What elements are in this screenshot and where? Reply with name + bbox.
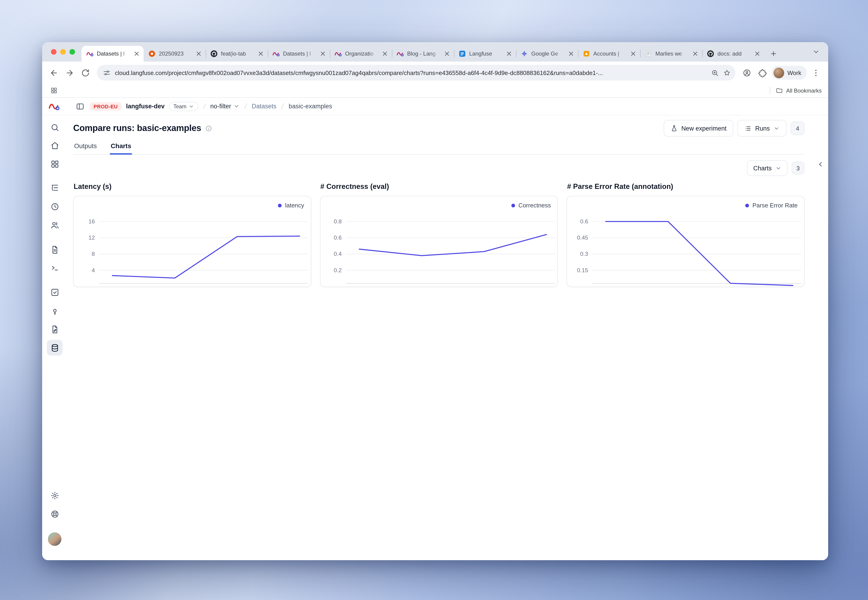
browser-tab[interactable]: Google Ge bbox=[516, 46, 578, 62]
sidebar-toggle-icon[interactable] bbox=[73, 100, 85, 112]
page-title: Compare runs: basic-examples bbox=[73, 123, 201, 133]
browser-tab[interactable]: Organizatio bbox=[330, 46, 392, 62]
tab-close-icon[interactable] bbox=[133, 50, 140, 58]
sidebar-item-datasets[interactable] bbox=[47, 340, 62, 356]
browser-tab[interactable]: Datasets | l bbox=[268, 46, 330, 62]
svg-text:0.6: 0.6 bbox=[334, 235, 341, 241]
bookmark-star-icon[interactable] bbox=[723, 69, 731, 77]
extensions-puzzle-icon[interactable] bbox=[755, 65, 771, 80]
svg-text:12: 12 bbox=[88, 235, 95, 241]
browser-tab[interactable]: Accounts | bbox=[578, 46, 640, 62]
sidebar-item-home[interactable] bbox=[47, 138, 62, 153]
sidebar-item-annotation[interactable] bbox=[47, 321, 62, 337]
minimize-window-button[interactable] bbox=[60, 49, 66, 55]
org-name[interactable]: langfuse-dev bbox=[126, 103, 165, 110]
forward-button[interactable] bbox=[62, 65, 77, 80]
zoom-icon[interactable] bbox=[711, 69, 719, 77]
browser-tab[interactable]: Blog - Lang bbox=[392, 46, 454, 62]
close-window-button[interactable] bbox=[51, 49, 56, 55]
sidebar-item-support[interactable] bbox=[47, 506, 62, 522]
breadcrumb-datasets[interactable]: Datasets bbox=[252, 103, 276, 110]
tab-charts[interactable]: Charts bbox=[110, 138, 132, 154]
sidebar-item-evaluation[interactable] bbox=[47, 284, 62, 300]
tab-close-icon[interactable] bbox=[692, 50, 699, 58]
reload-button[interactable] bbox=[77, 65, 93, 80]
chevron-down-icon bbox=[774, 125, 780, 131]
tab-close-icon[interactable] bbox=[443, 50, 451, 58]
svg-text:0.8: 0.8 bbox=[334, 218, 341, 224]
browser-toolbar: cloud.langfuse.com/project/cmfwgv8fx002o… bbox=[42, 62, 828, 84]
new-tab-button[interactable] bbox=[767, 47, 780, 60]
charts-count-badge: 3 bbox=[792, 162, 804, 174]
tab-search-chevron-icon[interactable] bbox=[810, 45, 822, 58]
browser-tab[interactable]: Datasets | l bbox=[82, 46, 144, 62]
chart-title: # Parse Error Rate (annotation) bbox=[567, 182, 804, 192]
sidebar-item-dashboards[interactable] bbox=[47, 156, 62, 172]
users-icon bbox=[50, 221, 59, 229]
user-avatar[interactable] bbox=[48, 532, 61, 546]
main-content: Compare runs: basic-examples New experim… bbox=[67, 115, 828, 560]
sidebar-item-settings[interactable] bbox=[47, 488, 62, 503]
browser-tabs: Datasets | l 20250923 feat(io-tab Datase… bbox=[82, 42, 764, 62]
browser-menu-kebab-icon[interactable] bbox=[808, 65, 824, 80]
tab-close-icon[interactable] bbox=[505, 50, 513, 58]
chart-legend: Parse Error Rate bbox=[745, 202, 798, 209]
legend-dot-icon bbox=[745, 203, 749, 207]
legend-dot-icon bbox=[278, 203, 282, 207]
sidebar-item-playground[interactable] bbox=[47, 260, 62, 276]
page-tabs: Outputs Charts bbox=[73, 138, 804, 155]
new-experiment-button[interactable]: New experiment bbox=[664, 120, 733, 136]
tab-title: Google Ge bbox=[531, 50, 564, 57]
all-bookmarks-button[interactable]: All Bookmarks bbox=[776, 87, 822, 94]
database-icon bbox=[50, 343, 59, 352]
zoom-window-button[interactable] bbox=[70, 49, 75, 55]
site-settings-icon[interactable] bbox=[103, 69, 111, 77]
chevron-down-icon bbox=[775, 165, 782, 171]
browser-tab[interactable]: 20250923 bbox=[144, 46, 206, 62]
collapse-panel-chevron-icon[interactable] bbox=[814, 158, 826, 170]
charts-dropdown-button[interactable]: Charts bbox=[747, 160, 788, 176]
lightbulb-icon bbox=[50, 307, 59, 315]
browser-tab[interactable]: Langfuse bbox=[454, 46, 516, 62]
sidebar-item-users[interactable] bbox=[47, 217, 62, 233]
account-status-icon[interactable] bbox=[739, 65, 755, 80]
tab-close-icon[interactable] bbox=[319, 50, 326, 58]
tab-title: Datasets | l bbox=[283, 50, 316, 57]
langfuse-app: PROD-EU langfuse-dev Team / no-filter / … bbox=[42, 98, 828, 560]
sidebar-rail bbox=[42, 115, 67, 560]
sidebar-item-prompts[interactable] bbox=[47, 242, 62, 258]
tab-outputs[interactable]: Outputs bbox=[73, 138, 98, 154]
browser-window: Datasets | l 20250923 feat(io-tab Datase… bbox=[42, 42, 828, 560]
browser-tab[interactable]: Marlies we bbox=[640, 46, 702, 62]
runs-dropdown-button[interactable]: Runs bbox=[737, 120, 786, 136]
tab-close-icon[interactable] bbox=[257, 50, 264, 58]
tab-close-icon[interactable] bbox=[568, 50, 575, 58]
breadcrumb-dataset-name[interactable]: basic-examples bbox=[288, 103, 332, 110]
langfuse-logo-icon bbox=[48, 100, 60, 112]
project-selector[interactable]: no-filter bbox=[210, 103, 240, 110]
apps-grid-icon[interactable] bbox=[48, 85, 59, 96]
sidebar-item-tracing[interactable] bbox=[47, 180, 62, 195]
browser-profile-chip[interactable]: Work bbox=[772, 66, 807, 80]
org-role-pill[interactable]: Team bbox=[169, 102, 198, 111]
tab-close-icon[interactable] bbox=[630, 50, 637, 58]
back-button[interactable] bbox=[46, 65, 62, 80]
browser-tab[interactable]: docs: add bbox=[702, 46, 764, 62]
tab-close-icon[interactable] bbox=[381, 50, 388, 58]
window-controls bbox=[42, 42, 82, 62]
sidebar-item-search[interactable] bbox=[47, 120, 62, 135]
tab-close-icon[interactable] bbox=[195, 50, 202, 58]
tab-close-icon[interactable] bbox=[754, 50, 761, 58]
info-icon[interactable] bbox=[205, 125, 212, 132]
browser-tab[interactable]: feat(io-tab bbox=[206, 46, 268, 62]
sidebar-item-sessions[interactable] bbox=[47, 198, 62, 214]
url-text[interactable]: cloud.langfuse.com/project/cmfwgv8fx002o… bbox=[115, 69, 707, 76]
address-bar[interactable]: cloud.langfuse.com/project/cmfwgv8fx002o… bbox=[97, 65, 736, 80]
orange-ring-icon bbox=[148, 50, 156, 58]
sidebar-item-ideas[interactable] bbox=[47, 303, 62, 319]
app-body: Compare runs: basic-examples New experim… bbox=[42, 115, 828, 560]
legend-label: latency bbox=[285, 202, 304, 209]
svg-text:16: 16 bbox=[88, 218, 95, 224]
tab-title: Organizatio bbox=[345, 50, 378, 57]
svg-text:0.3: 0.3 bbox=[580, 251, 589, 257]
